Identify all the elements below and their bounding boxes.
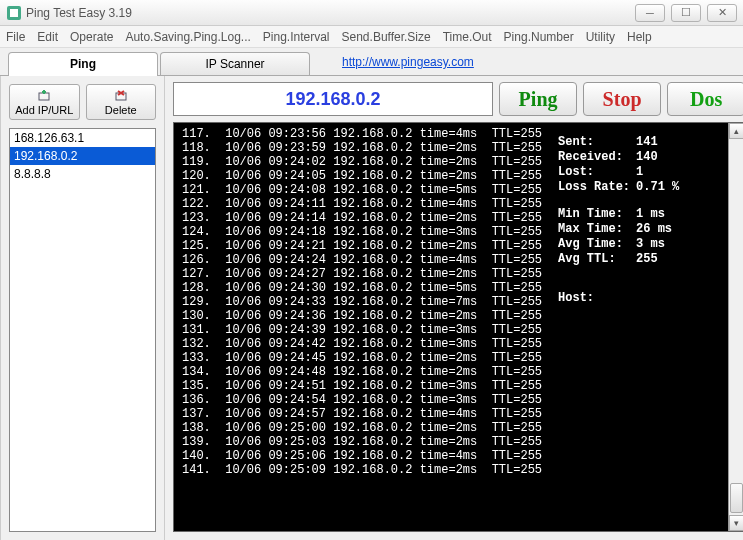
menu-buffer[interactable]: Send.Buffer.Size (342, 30, 431, 44)
ip-list[interactable]: 168.126.63.1192.168.0.28.8.8.8 (9, 128, 156, 532)
menu-interval[interactable]: Ping.Interval (263, 30, 330, 44)
stats-panel: Sent:141 Received:140 Lost:1 Loss Rate:0… (550, 123, 728, 531)
scroll-up-button[interactable]: ▴ (729, 123, 743, 139)
stat-rate-value: 0.71 % (636, 180, 679, 195)
close-button[interactable]: ✕ (707, 4, 737, 22)
stat-ttl-label: Avg TTL: (558, 252, 636, 267)
menu-edit[interactable]: Edit (37, 30, 58, 44)
stat-recv-value: 140 (636, 150, 658, 165)
window-title: Ping Test Easy 3.19 (26, 6, 635, 20)
menu-file[interactable]: File (6, 30, 25, 44)
stat-max-label: Max Time: (558, 222, 636, 237)
add-ipurl-button[interactable]: Add IP/URL (9, 84, 80, 120)
ip-list-item[interactable]: 192.168.0.2 (10, 147, 155, 165)
left-panel: Add IP/URL Delete 168.126.63.1192.168.0.… (0, 76, 165, 540)
ip-input[interactable]: 192.168.0.2 (173, 82, 493, 116)
stat-rate-label: Loss Rate: (558, 180, 636, 195)
svg-rect-1 (10, 9, 18, 17)
stat-avg-label: Avg Time: (558, 237, 636, 252)
stat-sent-label: Sent: (558, 135, 636, 150)
stat-avg-value: 3 ms (636, 237, 665, 252)
right-panel: 192.168.0.2 Ping Stop Dos 117. 10/06 09:… (165, 76, 743, 540)
tab-ping[interactable]: Ping (8, 52, 158, 76)
app-icon (6, 5, 22, 21)
menu-number[interactable]: Ping.Number (504, 30, 574, 44)
ip-list-item[interactable]: 168.126.63.1 (10, 129, 155, 147)
maximize-button[interactable]: ☐ (671, 4, 701, 22)
tab-ipscanner[interactable]: IP Scanner (160, 52, 310, 75)
console-scrollbar[interactable]: ▴ ▾ (728, 123, 743, 531)
stat-sent-value: 141 (636, 135, 658, 150)
stat-min-label: Min Time: (558, 207, 636, 222)
stat-max-value: 26 ms (636, 222, 672, 237)
ip-list-item[interactable]: 8.8.8.8 (10, 165, 155, 183)
scroll-down-button[interactable]: ▾ (729, 515, 743, 531)
menu-operate[interactable]: Operate (70, 30, 113, 44)
link-homepage[interactable]: http://www.pingeasy.com (312, 49, 504, 75)
delete-button[interactable]: Delete (86, 84, 157, 120)
ping-button[interactable]: Ping (499, 82, 577, 116)
add-label: Add IP/URL (15, 104, 73, 116)
stat-lost-value: 1 (636, 165, 643, 180)
add-icon (36, 88, 52, 104)
tabstrip: Ping IP Scanner http://www.pingeasy.com (0, 48, 743, 76)
stat-ttl-value: 255 (636, 252, 658, 267)
delete-label: Delete (105, 104, 137, 116)
stop-button[interactable]: Stop (583, 82, 661, 116)
stat-recv-label: Received: (558, 150, 636, 165)
ping-log: 117. 10/06 09:23:56 192.168.0.2 time=4ms… (174, 123, 550, 531)
stat-host-label: Host: (558, 291, 636, 306)
menu-autosave[interactable]: Auto.Saving.Ping.Log... (125, 30, 250, 44)
stat-min-value: 1 ms (636, 207, 665, 222)
dos-button[interactable]: Dos (667, 82, 743, 116)
menu-timeout[interactable]: Time.Out (443, 30, 492, 44)
minimize-button[interactable]: ─ (635, 4, 665, 22)
console: 117. 10/06 09:23:56 192.168.0.2 time=4ms… (173, 122, 743, 532)
stat-lost-label: Lost: (558, 165, 636, 180)
titlebar: Ping Test Easy 3.19 ─ ☐ ✕ (0, 0, 743, 26)
svg-rect-2 (39, 93, 49, 100)
menu-help[interactable]: Help (627, 30, 652, 44)
delete-icon (113, 88, 129, 104)
menu-utility[interactable]: Utility (586, 30, 615, 44)
menubar: File Edit Operate Auto.Saving.Ping.Log..… (0, 26, 743, 48)
scroll-thumb[interactable] (730, 483, 743, 513)
